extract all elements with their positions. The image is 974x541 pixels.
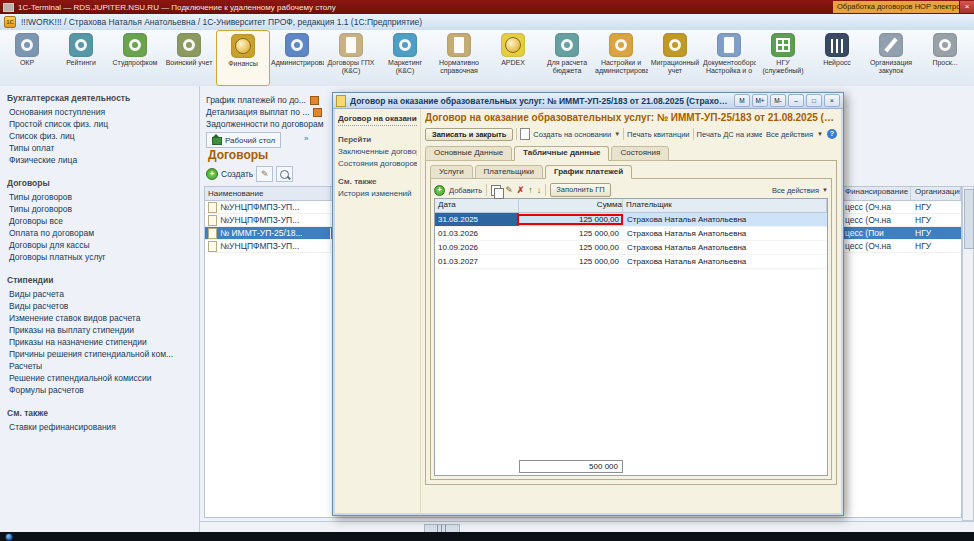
payment-row-selected[interactable]: 31.08.2025 125 000,00 Страхова Наталья А… — [435, 213, 827, 227]
desktop-tab[interactable]: Рабочий стол — [206, 132, 281, 148]
sidebar-item[interactable]: Типы оплат — [7, 142, 195, 154]
window-list-chevron[interactable]: » — [304, 134, 308, 143]
word-taskbar-item[interactable]: Обработка договоров НОР электронный для … — [833, 1, 959, 13]
edit-button[interactable]: ✎ — [256, 166, 273, 182]
save-and-close-button[interactable]: Записать и закрыть — [425, 128, 513, 141]
sidebar-item[interactable]: Список физ. лиц — [7, 130, 195, 142]
subsystem-reference-info[interactable]: Нормативно справочная информация (К&С) — [432, 30, 486, 86]
scale-button[interactable]: М — [734, 94, 750, 107]
subsystem-finances[interactable]: Финансы — [216, 30, 270, 86]
1c-logo-icon: 1С — [4, 16, 16, 28]
sidebar-item[interactable]: Расчеты — [7, 360, 195, 372]
payment-row[interactable]: 01.03.2026 125 000,00 Страхова Наталья А… — [435, 227, 827, 241]
vertical-scrollbar[interactable] — [962, 186, 974, 521]
column-header-payer[interactable]: Плательщик — [623, 199, 827, 212]
taskbar[interactable] — [0, 532, 974, 541]
subtab-payers[interactable]: Плательщики — [475, 165, 543, 179]
subsystem-administration[interactable]: Администрирование — [270, 30, 324, 86]
maximize-button[interactable]: □ — [806, 94, 822, 107]
sidebar-item[interactable]: Типы договоров — [7, 203, 195, 215]
edit-row-icon[interactable]: ✎ — [505, 186, 513, 195]
sidebar-item[interactable]: Типы договоров — [7, 191, 195, 203]
tab-main-data[interactable]: Основные Данные — [425, 146, 512, 161]
subsystem-military[interactable]: Воинский учет — [162, 30, 216, 86]
subsystem-apdex[interactable]: APDEX — [486, 30, 540, 86]
print-receipt-button[interactable]: Печать квитанции — [627, 130, 689, 139]
budget-icon — [555, 33, 579, 57]
report-link-payment-schedule[interactable]: График платежей по до... — [206, 94, 319, 106]
subtab-payment-schedule[interactable]: График платежей — [545, 165, 632, 179]
subsystem-neuross[interactable]: Нейросс — [810, 30, 864, 86]
delete-row-icon[interactable]: ✗ — [517, 186, 525, 195]
tab-states[interactable]: Состояния — [611, 146, 669, 161]
horizontal-scrollbar[interactable] — [200, 521, 974, 532]
sidebar-item[interactable]: Оплата по договорам — [7, 227, 195, 239]
move-down-icon[interactable]: ↓ — [537, 186, 542, 195]
fill-schedule-button[interactable]: Заполнить ГП — [550, 183, 610, 197]
copy-row-icon[interactable] — [491, 185, 501, 196]
all-actions-button[interactable]: Все действия — [766, 130, 813, 139]
help-icon[interactable]: ? — [827, 129, 837, 139]
sidebar-item[interactable]: Договоры платных услуг — [7, 251, 195, 263]
sidebar-item[interactable]: Изменение ставок видов расчета — [7, 312, 195, 324]
subsystem-okr[interactable]: ОКР — [0, 30, 54, 86]
tab-tabular-data[interactable]: Табличные данные — [514, 146, 609, 161]
subsystem-migration[interactable]: Миграционный учет — [648, 30, 702, 86]
add-plus-icon: + — [434, 185, 445, 196]
nav-item-contract-states[interactable]: Состояния договоров ПО — [338, 159, 417, 168]
sidebar-item[interactable]: Простой список физ. лиц — [7, 118, 195, 130]
vertical-scrollbar-thumb[interactable] — [964, 189, 974, 249]
payment-row[interactable]: 10.09.2026 125 000,00 Страхова Наталья А… — [435, 241, 827, 255]
payment-row[interactable]: 01.03.2027 125 000,00 Страхова Наталья А… — [435, 255, 827, 269]
column-header-date[interactable]: Дата — [435, 199, 519, 212]
sidebar-item[interactable]: Причины решения стипендиальной ком... — [7, 348, 195, 360]
subsystem-settings-admin[interactable]: Настройки и администрирование — [594, 30, 648, 86]
sidebar-item[interactable]: Основания поступления — [7, 106, 195, 118]
sidebar-item[interactable]: Ставки рефинансирования — [7, 421, 195, 433]
add-row-button[interactable]: Добавить — [449, 186, 482, 195]
find-button[interactable] — [276, 166, 293, 182]
sidebar-item[interactable]: Решение стипендиальной комиссии — [7, 372, 195, 384]
nav-goto-title: Перейти — [338, 135, 417, 144]
remote-title-bar[interactable]: 1C-Terminal — RDS.JUPITER.NSU.RU — Подкл… — [0, 0, 974, 14]
subsystem-marketing[interactable]: Маркетинг (К&С) — [378, 30, 432, 86]
subsystem-docflow[interactable]: Документооборот. Настройка и о сотр — [702, 30, 756, 86]
sidebar-item[interactable]: Договоры все — [7, 215, 195, 227]
dialog-title-bar[interactable]: Договор на оказание образовательных услу… — [333, 93, 843, 109]
sidebar-item[interactable]: Виды расчетов — [7, 300, 195, 312]
scale-minus-button[interactable]: М- — [770, 94, 786, 107]
subsystem-trimmed[interactable]: Проск... — [918, 30, 972, 86]
subsystem-student-union[interactable]: Студпрофком — [108, 30, 162, 86]
close-button[interactable]: × — [959, 1, 974, 13]
scale-plus-button[interactable]: М+ — [752, 94, 768, 107]
create-based-button[interactable]: Создать на основании — [533, 130, 611, 139]
column-header-organization[interactable]: Организация — [911, 187, 961, 200]
minimize-button[interactable]: – — [788, 94, 804, 107]
section-title: Бухгалтерская деятельность — [7, 93, 195, 103]
table-all-actions-button[interactable]: Все действия — [772, 186, 819, 195]
sidebar-item[interactable]: Виды расчета — [7, 288, 195, 300]
subsystem-budget[interactable]: Для расчета бюджета — [540, 30, 594, 86]
subsystem-ratings[interactable]: Рейтинги — [54, 30, 108, 86]
column-header-financing[interactable]: Финансирование — [843, 187, 911, 200]
start-button[interactable] — [5, 533, 13, 541]
nav-item-concluded-contracts[interactable]: Заключенные договоры — [338, 147, 417, 156]
sidebar-item[interactable]: Приказы на назначение стипендии — [7, 336, 195, 348]
column-header-name[interactable]: Наименование — [205, 187, 331, 200]
nav-item-change-history[interactable]: История изменений — [338, 189, 417, 198]
sidebar-item[interactable]: Приказы на выплату стипендии — [7, 324, 195, 336]
close-dialog-button[interactable]: × — [824, 94, 840, 107]
sidebar-item[interactable]: Договоры для кассы — [7, 239, 195, 251]
report-link-debts[interactable]: Задолженности по договорам — [206, 118, 324, 130]
report-link-payments-detail[interactable]: Детализация выплат по ... — [206, 106, 322, 118]
app-title-bar[interactable]: 1С !!!WORK!!! / Страхова Наталья Анатоль… — [0, 14, 974, 31]
sidebar-item[interactable]: Физические лица — [7, 154, 195, 166]
sidebar-item[interactable]: Формулы расчетов — [7, 384, 195, 396]
subsystem-ngu[interactable]: НГУ (служебный) — [756, 30, 810, 86]
subsystem-procurement[interactable]: Организация закупок — [864, 30, 918, 86]
move-up-icon[interactable]: ↑ — [528, 186, 533, 195]
create-button[interactable]: Создать — [221, 169, 253, 179]
column-header-sum[interactable]: Сумма — [519, 199, 623, 212]
subtab-services[interactable]: Услуги — [430, 165, 473, 179]
subsystem-contracts-gph[interactable]: Договоры ГПХ (К&С) — [324, 30, 378, 86]
